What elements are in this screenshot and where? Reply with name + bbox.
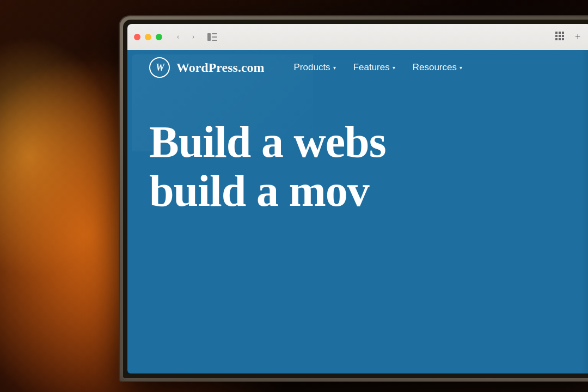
svg-rect-5 [559, 32, 561, 34]
maximize-button[interactable] [156, 34, 162, 40]
close-button[interactable] [134, 34, 140, 40]
new-tab-icon: + [575, 32, 580, 43]
nav-items: Products ▾ Features ▾ Resources ▾ [286, 58, 470, 77]
nav-item-features[interactable]: Features ▾ [346, 58, 403, 77]
back-icon: ‹ [177, 33, 180, 41]
new-tab-button[interactable]: + [571, 30, 585, 44]
nav-item-resources[interactable]: Resources ▾ [405, 58, 470, 77]
svg-rect-11 [559, 38, 561, 40]
sidebar-icon [207, 33, 217, 41]
grid-icon [555, 32, 564, 40]
svg-rect-12 [562, 38, 564, 40]
resources-chevron-icon: ▾ [460, 65, 462, 71]
sidebar-toggle-button[interactable] [204, 30, 221, 44]
nav-products-label: Products [294, 62, 330, 73]
wordpress-logo-icon: W [149, 57, 170, 78]
grid-button[interactable] [553, 29, 566, 45]
nav-resources-label: Resources [413, 62, 457, 73]
features-chevron-icon: ▾ [393, 65, 395, 71]
wordpress-logo-text: WordPress.com [176, 60, 265, 75]
svg-rect-10 [555, 38, 558, 40]
nav-features-label: Features [353, 62, 390, 73]
wp-icon-svg: W [154, 62, 166, 74]
svg-text:W: W [156, 62, 166, 73]
browser-navigation: ‹ › [171, 30, 221, 44]
svg-rect-3 [212, 40, 217, 41]
svg-rect-6 [562, 32, 564, 34]
wordpress-navbar: W WordPress.com Products ▾ Features ▾ [127, 50, 588, 85]
forward-icon: › [192, 33, 195, 41]
nav-item-products[interactable]: Products ▾ [286, 58, 344, 77]
hero-title-line1: Build a webs [149, 118, 569, 167]
svg-rect-4 [555, 32, 558, 34]
back-button[interactable]: ‹ [171, 30, 185, 44]
svg-rect-7 [555, 35, 558, 37]
svg-rect-0 [207, 33, 211, 41]
svg-rect-9 [562, 35, 564, 37]
hero-title-line2: build a mov [149, 167, 569, 216]
hero-section: Build a webs build a mov [127, 85, 588, 237]
hero-title: Build a webs build a mov [149, 118, 569, 216]
screen-bezel: ‹ › [123, 20, 588, 378]
minimize-button[interactable] [145, 34, 151, 40]
products-chevron-icon: ▾ [333, 65, 336, 71]
browser-chrome: ‹ › [127, 24, 588, 50]
laptop-frame: ‹ › [120, 16, 588, 381]
forward-button[interactable]: › [186, 30, 200, 44]
svg-rect-8 [559, 35, 561, 37]
svg-rect-2 [212, 36, 217, 38]
website-content: W WordPress.com Products ▾ Features ▾ [127, 50, 588, 373]
wordpress-logo[interactable]: W WordPress.com [149, 57, 265, 78]
svg-rect-1 [212, 33, 217, 34]
